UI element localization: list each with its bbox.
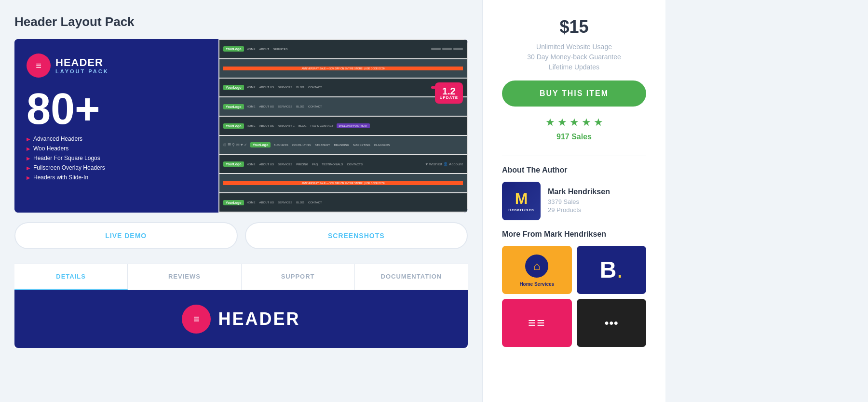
nav-item: PRICING	[296, 163, 308, 166]
hero-logo-area: ≡ HEADER LAYOUT PACK	[27, 54, 109, 78]
home-services-label: Home Services	[519, 281, 554, 287]
ss-dots	[431, 48, 463, 50]
house-icon: ⌂	[533, 259, 541, 273]
nav-item: MARKETING	[353, 144, 370, 147]
star-1: ★	[545, 116, 555, 129]
sales-count: 917 Sales	[502, 133, 646, 141]
nav-item: PLANNERS	[374, 144, 390, 147]
hero-subtitle: LAYOUT PACK	[55, 68, 109, 74]
b-letter: B	[600, 258, 617, 281]
ss-icons: ⊞ ☰ ⚲ ✉ ♥ ✓	[223, 143, 247, 147]
author-info: Mark Hendriksen 3379 Sales 29 Products	[548, 188, 610, 214]
hero-title-text: HEADER	[55, 57, 109, 68]
ss-banner-1: ANNIVERSARY SALE — 50% OFF ON ENTIRE STO…	[223, 67, 463, 70]
nav-item: ABOUT US	[259, 201, 274, 204]
action-buttons-row: LIVE DEMO SCREENSHOTS	[14, 222, 468, 249]
nav-item: FAQ	[312, 163, 318, 166]
feature-item-2: Woo Headers	[27, 145, 105, 152]
author-avatar-letter: M	[515, 190, 528, 208]
tab-documentation[interactable]: DOCUMENTATION	[355, 264, 468, 290]
more-item-dark[interactable]: ●●●	[577, 299, 647, 347]
star-3: ★	[570, 116, 579, 129]
tabs-section: DETAILS REVIEWS SUPPORT DOCUMENTATION ≡ …	[14, 264, 468, 348]
feature-item-1: Advanced Headers	[27, 135, 105, 142]
feature-moneyback: 30 Day Money-back Guarantee	[502, 53, 646, 61]
nav-item: ABOUT US	[259, 86, 274, 89]
screenshot-row-1: YourLogo HOME ABOUT SERVICES	[219, 40, 467, 58]
nav-item: STRATEGY	[315, 144, 330, 147]
version-badge: 1.2 UPDATE	[435, 82, 463, 104]
nav-item: SERVICES	[278, 163, 292, 166]
pink-item-content: ≡≡	[528, 315, 546, 331]
about-author-title: About The Author	[502, 166, 646, 174]
author-products: 29 Products	[548, 206, 610, 214]
nav-item: CONTACTS	[347, 163, 363, 166]
ss-logo-4: YourLogo	[223, 123, 244, 129]
ss-logo-5: YourLogo	[250, 142, 271, 147]
nav-item: HOME	[247, 86, 256, 89]
nav-item: HOME	[247, 48, 256, 51]
screenshot-row-8: ANNIVERSARY SALE — 50% OFF ON ENTIRE STO…	[219, 174, 467, 192]
author-sales: 3379 Sales	[548, 198, 610, 205]
nav-item: ABOUT	[259, 48, 270, 51]
more-from-title: More From Mark Hendriksen	[502, 230, 646, 239]
tab-support[interactable]: SUPPORT	[242, 264, 355, 290]
feature-list: Unlimited Website Usage 30 Day Money-bac…	[502, 43, 646, 71]
tabs-bar: DETAILS REVIEWS SUPPORT DOCUMENTATION	[14, 264, 468, 290]
star-4: ★	[582, 116, 591, 129]
nav-item: SERVICES ▾	[278, 124, 295, 128]
ss-logo-7: YourLogo	[223, 200, 244, 205]
ss-logo-1: YourLogo	[223, 46, 244, 52]
feature-unlimited: Unlimited Website Usage	[502, 43, 646, 51]
ss-nav-6: HOME ABOUT US SERVICES PRICING FAQ TESTI…	[247, 163, 363, 166]
divider-1	[502, 156, 646, 156]
ss-nav-1: HOME ABOUT SERVICES	[247, 48, 288, 51]
more-item-b[interactable]: B .	[577, 246, 647, 294]
tab-reviews[interactable]: REVIEWS	[128, 264, 241, 290]
price-display: $15	[502, 17, 646, 37]
tab-details[interactable]: DETAILS	[14, 264, 128, 290]
feature-item-3: Header For Square Logos	[27, 155, 105, 161]
product-title: Header Layout Pack	[14, 14, 468, 29]
stars-row: ★ ★ ★ ★ ★	[502, 116, 646, 129]
screenshots-button[interactable]: SCREENSHOTS	[245, 222, 468, 249]
version-label: UPDATE	[440, 96, 458, 100]
author-avatar-sub: Hendriksen	[508, 208, 534, 212]
product-detail-preview: ≡ HEADER	[14, 290, 468, 348]
nav-item: FAQ & CONTACT	[311, 124, 334, 128]
feature-item-4: Fullscreen Overlay Headers	[27, 164, 105, 171]
nav-item: BRANDING	[334, 144, 350, 147]
more-item-pink[interactable]: ≡≡	[502, 299, 572, 347]
ss-nav-2: HOME ABOUT US SERVICES BLOG CONTACT	[247, 86, 322, 89]
nav-item: ABOUT US	[259, 163, 274, 166]
nav-item: CONTACT	[308, 86, 322, 89]
live-demo-button[interactable]: LIVE DEMO	[14, 222, 238, 249]
ss-banner-2: ANNIVERSARY SALE — 50% OFF ON ENTIRE STO…	[223, 181, 463, 185]
screenshot-row-7: YourLogo HOME ABOUT US SERVICES PRICING …	[219, 155, 467, 174]
nav-item: SERVICES	[278, 86, 292, 89]
star-2: ★	[557, 116, 567, 129]
nav-item: SERVICES	[273, 48, 287, 51]
nav-item: CONSULTING	[292, 144, 311, 147]
nav-item: BLOG	[296, 105, 304, 108]
nav-item: CONTACT	[308, 105, 322, 108]
version-number: 1.2	[442, 86, 456, 96]
star-5: ★	[594, 116, 603, 129]
buy-button[interactable]: BUY THIS ITEM	[502, 80, 646, 107]
ss-logo-2: YourLogo	[223, 85, 244, 90]
more-item-home-services[interactable]: ⌂ Home Services	[502, 246, 572, 294]
nav-item: HOME	[247, 201, 256, 204]
nav-item: BUSINESS	[273, 144, 288, 147]
author-avatar: M Hendriksen	[502, 182, 541, 220]
feature-updates: Lifetime Updates	[502, 63, 646, 71]
home-services-icon: ⌂	[524, 253, 550, 279]
nav-item: ABOUT US	[259, 105, 274, 108]
nav-item: BLOG	[298, 124, 307, 128]
ss-appointment-btn: MAKE AN APPOINTMENT	[337, 123, 370, 128]
nav-item: TESTIMONIALS	[322, 163, 343, 166]
hero-logo-icon: ≡	[27, 54, 51, 78]
nav-item: ABOUT US	[259, 124, 274, 128]
feature-item-5: Headers with Slide-In	[27, 174, 105, 181]
hero-title-group: HEADER LAYOUT PACK	[55, 57, 109, 74]
ss-logo-6: YourLogo	[223, 161, 244, 167]
